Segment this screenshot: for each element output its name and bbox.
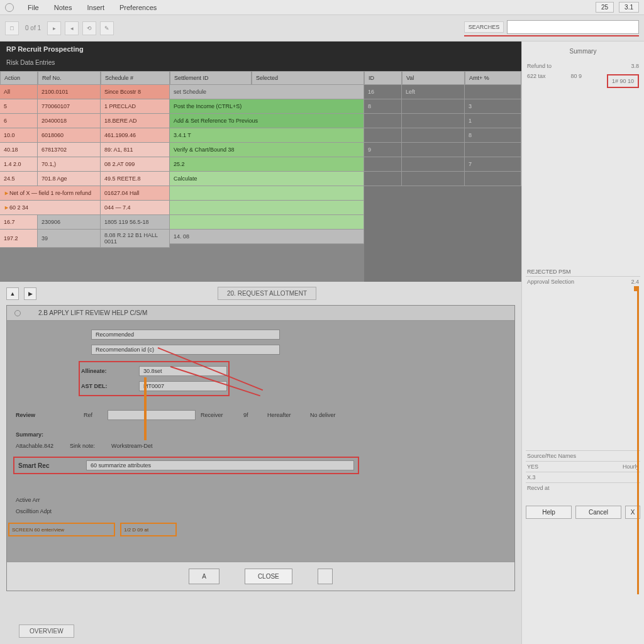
cell-val: Left [402,85,465,99]
grid-header-ref[interactable]: Ref No. [38,71,101,85]
cell-amt: 3 [465,99,521,113]
cell-ref: 2100.0101 [38,85,101,99]
detail-label: Workstream-Det [111,443,152,449]
sidebar-row-2: 622 tax80 9 1# 90 10 [526,71,640,91]
cell-id [364,128,402,142]
dialog-button-bar: A CLOSE [7,562,514,591]
grid-header-id[interactable]: ID [364,71,402,85]
tool-btn-1[interactable]: □ [5,21,19,35]
action-row[interactable]: Verify & Chart/Bound 38 [170,143,364,157]
cell-id [364,157,402,171]
request-allotment-button[interactable]: 20. REQUEST ALLOTMENT [218,287,316,300]
label-astdel: AST DEL: [81,383,134,389]
menu-insert[interactable]: Insert [80,3,111,13]
menu-bar: File Notes Insert Preferences 25 3.1 [0,0,644,15]
tool-btn-5[interactable]: ✎ [100,21,114,35]
table-row[interactable]: 1.4 2.0 70.1,) 08 2.AT 099 [0,157,170,172]
sidebar-help-button[interactable]: Help [526,506,572,519]
table-row-span[interactable]: ►Net of X — field 1 re-form refund 01627… [0,186,170,201]
status-badge-1[interactable]: 25 [596,2,614,13]
grid-header-action[interactable]: Action [0,71,38,85]
action-row[interactable] [170,201,364,215]
action-row[interactable]: 25.2 [170,157,364,172]
table-row-footer[interactable]: 16.7 230906 1805 119 56.5-18 [0,215,170,230]
cell-val [402,114,465,128]
cell-schedule: 89: A1, 811 [101,143,170,157]
table-row[interactable]: 5 770060107 1 PRECLAD [0,99,170,114]
cell-id [364,114,402,128]
cell-action: All [0,85,38,99]
status-badge-2[interactable]: 3.1 [619,2,639,13]
cell-ref: 70.1,) [38,157,101,171]
cell-f2: 230906 [38,215,101,229]
label-allineate: Allineate: [81,368,134,374]
overview-button[interactable]: OVERVIEW [19,625,74,638]
action-cell: Post the Income (CTRL+S) [170,99,364,113]
search-input[interactable] [507,20,639,34]
action-row[interactable]: Calculate [170,172,364,186]
field-recommended[interactable]: Recommended [91,330,280,340]
action-cell: 25.2 [170,157,364,171]
action-row[interactable]: Add & Set Reference To Previous [170,114,364,128]
dialog-extra-button[interactable] [318,569,333,584]
sidebar-row-1: Refund to3.8 [526,61,640,71]
tool-btn-2[interactable]: ▸ [47,21,61,35]
field-smart-rec[interactable]: 60 summarize attributes [86,460,354,470]
label-summary: Summary: [16,431,79,438]
action-row[interactable]: Post the Income (CTRL+S) [170,99,364,114]
table-row-span[interactable]: ►60 2 34 044 — 7.4 [0,201,170,215]
field-recommendation-id[interactable]: Recommendation id (c) [91,345,280,355]
action-cell: 3.4.1 T [170,128,364,142]
grid-header-settlement[interactable]: Settlement ID [170,71,252,85]
search-wrap: SEARCHES [464,20,639,36]
action-row[interactable]: set Schedule [170,85,364,99]
table-row[interactable]: 6 20400018 18.BERE AD [0,114,170,128]
cell-schedule: 1 PRECLAD [101,99,170,113]
dialog-titlebar: 2.B APPLY LIFT REVIEW HELP C/S/M [7,306,514,321]
action-row[interactable]: 14. 08 [170,230,364,244]
cell-schedule: Since Bcostr 8 [101,85,170,99]
menu-notes[interactable]: Notes [48,3,79,13]
cell-ref: 770060107 [38,99,101,113]
cell-schedule: 461.1909.46 [101,128,170,142]
panel-header: RP Recruit Prospecting Risk Data Entries [0,42,521,71]
sidebar-cancel-button[interactable]: Cancel [575,506,621,519]
tool-btn-3[interactable]: ◂ [65,21,79,35]
action-row[interactable]: 3.4.1 T [170,128,364,143]
panel-title: RP Recruit Prospecting [0,42,521,57]
annotation-side-top [634,286,639,291]
table-row-footer[interactable]: 197.2 39 8.08 R.2 12 B1 HALL 0011 [0,230,170,248]
field-astdel[interactable]: MT0007 [139,381,227,391]
box-1-2-d[interactable]: 1/2 D 09 at [124,527,148,533]
action-row[interactable] [170,215,364,230]
tool-btn-4[interactable]: ⟲ [82,21,96,35]
summary-sidebar: Summary Refund to3.8 622 tax80 9 1# 90 1… [521,42,644,644]
cell-f3: 8.08 R.2 12 B1 HALL 0011 [101,230,170,247]
dialog-button-a[interactable]: A [189,569,219,584]
label-receiver: Receiver [201,412,238,418]
table-row[interactable]: 24.5 701.8 Age 49.5 REETE.8 [0,172,170,186]
grid-header-val[interactable]: Val [402,71,465,85]
table-row[interactable]: All 2100.0101 Since Bcostr 8 [0,85,170,99]
menu-preferences[interactable]: Preferences [113,3,163,13]
table-row[interactable]: 10.0 6018060 461.1909.46 [0,128,170,143]
highlight-amount[interactable]: 1# 90 10 [607,74,639,88]
grid-header-amt[interactable]: Amt+ % [465,71,521,85]
dialog-close-button[interactable]: CLOSE [245,569,292,584]
action-cell [170,186,364,200]
action-cell: Verify & Chart/Bound 38 [170,143,364,157]
table-row[interactable]: 40.18 67813702 89: A1, 811 [0,143,170,157]
grid-header-schedule[interactable]: Schedule # [101,71,170,85]
mid-btn-prev[interactable]: ▲ [6,287,19,300]
box-screen-enter[interactable]: SCREEN 60 enter/view [12,527,64,533]
action-row[interactable] [170,186,364,201]
grid-header-selected[interactable]: Selected [252,71,364,85]
cell-span-ext: 044 — 7.4 [101,201,170,214]
cell-ref: 701.8 Age [38,172,101,186]
action-cell: Calculate [170,172,364,186]
mid-btn-next[interactable]: ▶ [24,287,36,300]
menu-file[interactable]: File [21,3,45,13]
input-review[interactable] [108,410,196,420]
search-label: SEARCHES [464,21,504,33]
data-grid: Action Ref No. Schedule # All 2100.0101 … [0,71,521,282]
